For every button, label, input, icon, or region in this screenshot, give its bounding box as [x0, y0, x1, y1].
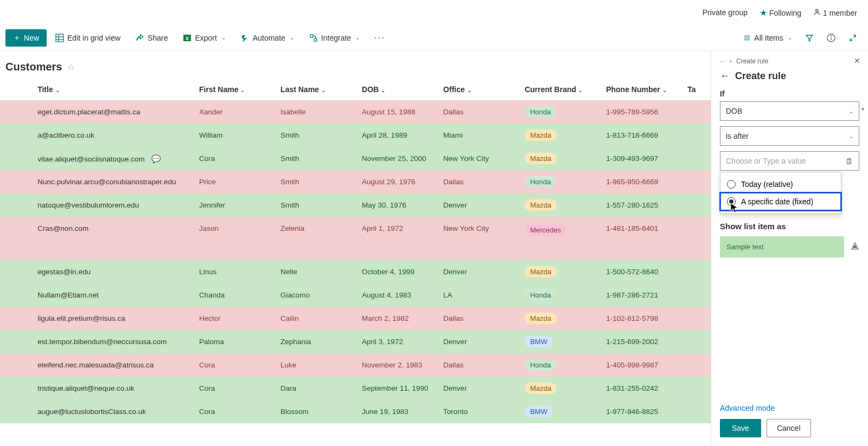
cell-last-name: Zephania	[275, 330, 356, 353]
close-button[interactable]: ✕	[854, 56, 860, 65]
automate-button[interactable]: Automate⌄	[234, 30, 301, 46]
table-row[interactable]: augue@luctuslobortisClass.co.ukCoraBloss…	[0, 400, 711, 423]
members-link[interactable]: 1 member	[813, 8, 857, 17]
table-row[interactable]: eget.dictum.placerat@mattis.caXanderIsab…	[0, 100, 711, 124]
cell-brand: Mazda	[519, 193, 601, 217]
share-button[interactable]: Share	[129, 30, 174, 46]
comment-icon[interactable]: 💬	[151, 154, 161, 163]
svg-point-16	[831, 36, 832, 36]
field-select[interactable]: DOB⌄ *	[720, 101, 859, 121]
table-row[interactable]: vitae.aliquet@sociisnatoque.com💬CoraSmit…	[0, 147, 711, 170]
cell-first-name: Paloma	[194, 330, 275, 353]
table-row[interactable]: est.tempor.bibendum@neccursusa.comPaloma…	[0, 330, 711, 353]
cell-brand: Mercedes	[519, 217, 601, 260]
table-row[interactable]: Cras@non.comJasonZeleniaApril 1, 1972New…	[0, 217, 711, 260]
cell-phone: 1-813-718-6669	[601, 124, 682, 147]
col-last-name[interactable]: Last Name⌄	[275, 79, 356, 100]
cell-last-name: Luke	[275, 353, 356, 377]
create-rule-panel: ✕ ··· › Create rule ← Create rule If DOB…	[711, 51, 868, 446]
table-row[interactable]: natoque@vestibulumlorem.eduJenniferSmith…	[0, 193, 711, 217]
cell-title: Nunc.pulvinar.arcu@conubianostraper.edu	[32, 170, 194, 193]
more-button[interactable]: ···	[368, 32, 391, 43]
cell-title: a@aclibero.co.uk	[32, 124, 194, 147]
save-button[interactable]: Save	[720, 419, 761, 437]
filter-icon	[805, 34, 814, 42]
cell-office: New York City	[438, 217, 519, 260]
following-toggle[interactable]: ★ Following	[760, 8, 801, 18]
advanced-mode-link[interactable]: Advanced mode	[720, 306, 859, 412]
integrate-button[interactable]: Integrate⌄	[303, 30, 366, 46]
cell-first-name: Jason	[194, 217, 275, 260]
person-icon	[813, 8, 821, 16]
cell-office: Dallas	[438, 307, 519, 330]
cancel-button[interactable]: Cancel	[767, 419, 811, 437]
command-bar: ＋New Edit in grid view Share X Export⌄ A…	[0, 25, 868, 51]
cell-first-name: Cora	[194, 400, 275, 423]
table-row[interactable]: eleifend.nec.malesuada@atrisus.caCoraLuk…	[0, 353, 711, 377]
col-title[interactable]: Title⌄	[32, 79, 194, 100]
option-today-relative[interactable]: Today (relative)	[720, 176, 841, 193]
new-button[interactable]: ＋New	[5, 29, 47, 47]
cell-last-name: Zelenia	[275, 217, 356, 260]
table-row[interactable]: tristique.aliquet@neque.co.ukCoraDaraSep…	[0, 377, 711, 400]
breadcrumb-more[interactable]: ···	[720, 57, 725, 65]
filter-button[interactable]	[800, 30, 819, 46]
edit-grid-button[interactable]: Edit in grid view	[49, 30, 127, 46]
table-row[interactable]: Nullam@Etiam.netChandaGiacomoAugust 4, 1…	[0, 283, 711, 307]
col-phone[interactable]: Phone Number⌄	[601, 79, 682, 100]
view-selector[interactable]: All Items⌄	[738, 30, 797, 46]
svg-text:A: A	[853, 244, 857, 249]
cell-title: tristique.aliquet@neque.co.uk	[32, 377, 194, 400]
cell-first-name: Jennifer	[194, 193, 275, 217]
edit-style-button[interactable]: A	[851, 242, 859, 252]
cell-brand: BMW	[519, 330, 601, 353]
export-button[interactable]: X Export⌄	[176, 30, 232, 46]
cell-phone: 1-831-255-0242	[601, 377, 682, 400]
cell-phone: 1-987-286-2721	[601, 283, 682, 307]
excel-icon: X	[183, 34, 192, 42]
cell-brand: Mazda	[519, 124, 601, 147]
cell-phone: 1-309-493-9697	[601, 147, 682, 170]
condition-select[interactable]: is after⌄	[720, 126, 859, 146]
favorite-icon[interactable]: ☆	[67, 62, 75, 72]
table-row[interactable]: egestas@in.eduLinusNelleOctober 4, 1999D…	[0, 260, 711, 283]
cell-first-name: Chanda	[194, 283, 275, 307]
date-type-dropdown: Today (relative) A specific date (fixed)	[720, 172, 841, 214]
table-row[interactable]: a@aclibero.co.ukWilliamSmithApril 28, 19…	[0, 124, 711, 147]
table-scroll[interactable]: Title⌄ First Name⌄ Last Name⌄ DOB⌄ Offic…	[0, 79, 711, 446]
col-office[interactable]: Office⌄	[438, 79, 519, 100]
value-input[interactable]: Choose or Type a value 🗓	[720, 151, 859, 171]
svg-text:X: X	[186, 36, 189, 41]
cell-office: LA	[438, 283, 519, 307]
col-first-name[interactable]: First Name⌄	[194, 79, 275, 100]
customers-table: Title⌄ First Name⌄ Last Name⌄ DOB⌄ Offic…	[0, 79, 711, 423]
info-button[interactable]	[821, 30, 841, 46]
radio-icon	[727, 197, 736, 206]
cell-phone: 1-995-789-5956	[601, 100, 682, 124]
cell-dob: March 2, 1982	[356, 307, 438, 330]
table-row[interactable]: ligula.elit.pretium@risus.caHectorCailin…	[0, 307, 711, 330]
sample-preview: Sample text	[720, 236, 844, 257]
privacy-label: Private group	[703, 8, 748, 17]
cell-last-name: Smith	[275, 147, 356, 170]
table-row[interactable]: Nunc.pulvinar.arcu@conubianostraper.eduP…	[0, 170, 711, 193]
col-ta[interactable]: Ta	[682, 79, 711, 100]
cell-brand: Honda	[519, 283, 601, 307]
cell-first-name: William	[194, 124, 275, 147]
cell-dob: August 4, 1983	[356, 283, 438, 307]
calendar-icon[interactable]: 🗓	[845, 157, 853, 166]
cell-last-name: Giacomo	[275, 283, 356, 307]
cell-title: vitae.aliquet@sociisnatoque.com💬	[32, 147, 194, 170]
back-button[interactable]: ←	[720, 70, 730, 82]
cell-office: Dallas	[438, 353, 519, 377]
list-icon	[743, 34, 751, 42]
cell-phone: 1-215-699-2002	[601, 330, 682, 353]
option-specific-date[interactable]: A specific date (fixed)	[720, 193, 841, 210]
col-brand[interactable]: Current Brand⌄	[519, 79, 601, 100]
cell-last-name: Smith	[275, 124, 356, 147]
cell-brand: BMW	[519, 400, 601, 423]
expand-button[interactable]	[843, 30, 863, 46]
cell-dob: April 28, 1989	[356, 124, 438, 147]
cell-phone: 1-557-280-1625	[601, 193, 682, 217]
col-dob[interactable]: DOB⌄	[356, 79, 438, 100]
